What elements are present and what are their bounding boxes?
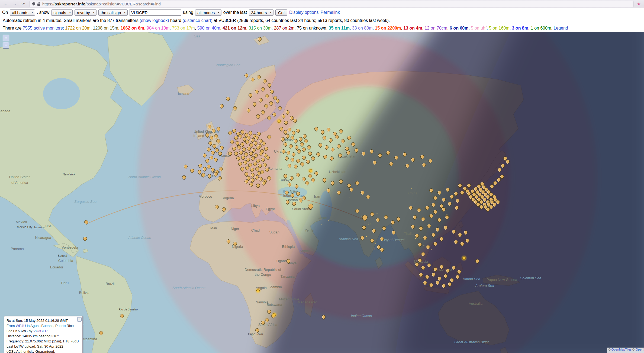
report-marker[interactable] (396, 216, 401, 222)
report-marker[interactable] (301, 176, 307, 182)
report-marker[interactable] (248, 130, 253, 136)
report-marker[interactable] (457, 232, 463, 238)
report-marker[interactable] (377, 153, 383, 158)
report-marker[interactable] (453, 191, 459, 196)
report-marker[interactable] (213, 157, 218, 162)
report-marker[interactable] (284, 156, 289, 161)
report-marker[interactable] (283, 173, 288, 179)
report-marker[interactable] (284, 190, 289, 195)
report-marker[interactable] (82, 236, 88, 241)
report-marker[interactable] (457, 183, 463, 188)
report-marker[interactable] (338, 179, 344, 184)
report-marker[interactable] (202, 153, 207, 158)
report-marker[interactable] (451, 265, 457, 270)
report-marker[interactable] (207, 124, 212, 129)
report-marker[interactable] (260, 320, 266, 325)
report-marker[interactable] (424, 205, 430, 210)
report-marker[interactable] (355, 208, 360, 214)
report-marker[interactable] (463, 230, 468, 235)
report-marker[interactable] (205, 158, 210, 163)
direction-select[interactable]: rcvd by▾ (75, 9, 96, 16)
report-marker[interactable] (459, 190, 465, 195)
report-marker[interactable] (213, 133, 219, 139)
report-marker[interactable] (322, 177, 327, 183)
report-marker[interactable] (300, 161, 305, 167)
report-marker[interactable] (246, 108, 251, 113)
report-marker[interactable] (209, 155, 214, 160)
report-marker[interactable] (262, 78, 268, 84)
bands-select[interactable]: all bands▾ (10, 9, 35, 16)
report-marker[interactable] (264, 167, 270, 173)
report-marker-large[interactable] (361, 214, 368, 221)
report-marker[interactable] (305, 159, 311, 164)
report-marker[interactable] (293, 138, 298, 144)
report-marker[interactable] (455, 274, 460, 280)
report-marker[interactable] (280, 136, 285, 142)
report-marker[interactable] (207, 173, 212, 179)
report-marker[interactable] (420, 265, 426, 270)
report-marker[interactable] (336, 143, 342, 149)
report-marker[interactable] (181, 175, 187, 180)
report-marker[interactable] (229, 139, 235, 145)
report-marker[interactable] (369, 238, 375, 243)
report-marker[interactable] (189, 168, 195, 174)
report-marker[interactable] (218, 166, 224, 172)
report-marker[interactable] (428, 158, 433, 163)
report-marker[interactable] (330, 147, 335, 152)
report-marker[interactable] (285, 199, 290, 205)
report-marker[interactable] (412, 214, 418, 220)
report-marker[interactable] (301, 147, 307, 152)
report-marker[interactable] (295, 191, 301, 196)
zoom-out-button[interactable]: − (3, 42, 9, 49)
report-marker[interactable] (250, 177, 255, 183)
report-marker[interactable] (264, 317, 270, 323)
report-marker[interactable] (408, 205, 413, 210)
report-marker[interactable] (429, 188, 434, 193)
report-marker[interactable] (307, 173, 313, 179)
report-marker[interactable] (310, 177, 316, 183)
report-marker[interactable] (381, 226, 387, 231)
report-marker[interactable] (267, 82, 272, 88)
report-marker[interactable] (375, 217, 381, 223)
report-marker[interactable] (449, 194, 455, 199)
report-marker[interactable] (256, 74, 262, 80)
report-marker[interactable] (227, 151, 233, 156)
report-marker[interactable] (293, 164, 298, 169)
report-marker[interactable] (369, 211, 375, 217)
report-marker[interactable] (417, 242, 423, 247)
report-marker[interactable] (466, 183, 472, 188)
report-marker[interactable] (206, 147, 211, 152)
report-marker[interactable] (232, 241, 238, 246)
report-marker[interactable] (287, 127, 292, 132)
report-marker[interactable] (287, 182, 292, 187)
report-marker[interactable] (314, 171, 319, 176)
report-marker[interactable] (361, 151, 366, 156)
report-marker[interactable] (260, 157, 266, 162)
report-marker[interactable] (303, 138, 309, 144)
report-marker[interactable] (183, 164, 188, 169)
report-marker[interactable] (98, 330, 104, 336)
report-marker[interactable] (266, 175, 272, 181)
report-marker[interactable] (231, 128, 237, 134)
report-marker[interactable] (416, 207, 422, 213)
sun-marker[interactable] (256, 289, 260, 292)
report-marker[interactable] (422, 235, 428, 240)
report-marker[interactable] (266, 134, 272, 140)
report-marker[interactable] (250, 77, 255, 82)
report-marker[interactable] (209, 135, 214, 140)
report-marker[interactable] (405, 163, 410, 168)
report-marker[interactable] (249, 167, 255, 173)
report-marker[interactable] (240, 166, 245, 172)
report-marker[interactable] (217, 175, 223, 181)
report-marker[interactable] (326, 188, 331, 193)
report-marker[interactable] (330, 180, 335, 186)
report-marker[interactable] (260, 86, 266, 92)
report-marker[interactable] (437, 190, 442, 195)
report-marker[interactable] (299, 142, 305, 147)
report-marker[interactable] (263, 104, 269, 109)
report-marker[interactable] (249, 182, 254, 187)
report-marker[interactable] (418, 272, 424, 277)
report-marker[interactable] (439, 236, 444, 242)
report-marker[interactable] (288, 143, 294, 149)
report-marker[interactable] (255, 328, 260, 333)
